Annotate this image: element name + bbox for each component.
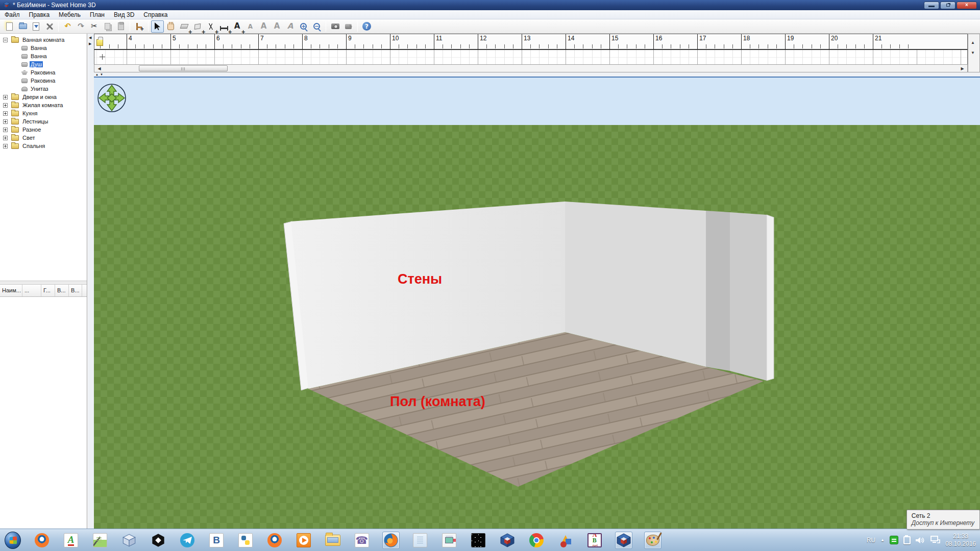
add-texts-tool-button[interactable]: A+ (231, 20, 243, 33)
telegram-icon[interactable] (179, 532, 196, 549)
menu-мебель[interactable]: Мебель (54, 10, 85, 19)
python-file-icon[interactable] (237, 532, 254, 549)
network-icon[interactable] (930, 536, 940, 544)
plan-view-grid[interactable] (94, 50, 968, 64)
3d-builder-icon[interactable] (557, 532, 574, 549)
blender-icon[interactable] (33, 532, 51, 549)
create-photo-tool-button[interactable] (329, 20, 341, 33)
table-column-header[interactable]: В... (55, 285, 69, 296)
navigation-compass[interactable] (96, 82, 129, 114)
scroll-down-icon[interactable]: ▼ (971, 51, 975, 55)
hidden-icons-chevron[interactable]: ▲ (880, 538, 885, 542)
menu-файл[interactable]: Файл (0, 10, 24, 19)
expand-icon[interactable] (3, 111, 8, 116)
splitter-down-icon[interactable]: ▼ (100, 73, 103, 76)
toggle-italic-tool-button[interactable]: A (284, 20, 297, 33)
plan-3d-splitter[interactable]: ▲▼ (94, 72, 980, 77)
tree-item-ванна[interactable]: Ванна (0, 52, 87, 60)
table-column-header[interactable]: Г... (41, 285, 55, 296)
paste-tool-button[interactable] (114, 20, 127, 33)
tree-item-спальня[interactable]: Спальня (0, 142, 87, 150)
chrome-icon[interactable] (528, 532, 545, 549)
graphics-a-app-icon[interactable]: A (62, 532, 80, 549)
b-app-icon[interactable]: B (208, 532, 225, 549)
virtualbox-icon[interactable] (120, 532, 138, 549)
plan-vertical-scrollbar[interactable]: ▲ ▼ (968, 34, 980, 72)
cut-tool-button[interactable]: ✂ (88, 20, 101, 33)
start-button[interactable] (4, 532, 21, 549)
pan-tool-button[interactable] (164, 20, 177, 33)
splitter-up-icon[interactable]: ▲ (95, 73, 99, 76)
zoom-out-tool-button[interactable]: − (310, 20, 323, 33)
plan-horizontal-scrollbar[interactable]: ◀ ▶ (94, 64, 968, 72)
paint-icon[interactable] (644, 532, 662, 549)
preferences-tool-button[interactable] (43, 20, 56, 33)
screen-recorder-icon[interactable] (440, 532, 458, 549)
open-home-tool-button[interactable] (16, 20, 29, 33)
sweet-home-3d-icon[interactable] (499, 532, 516, 549)
scroll-up-icon[interactable]: ▲ (971, 40, 975, 45)
tree-item-двери-и-окна[interactable]: Двери и окна (0, 93, 87, 101)
tree-item-лестницы[interactable]: Лестницы (0, 117, 87, 126)
zoom-in-tool-button[interactable]: + (297, 20, 310, 33)
language-indicator[interactable]: RU (867, 537, 875, 544)
expand-icon[interactable] (3, 119, 8, 124)
tree-item-ванная-комната[interactable]: Ванная комната (0, 36, 87, 44)
media-player-icon[interactable] (295, 532, 312, 549)
expand-right-icon[interactable]: ▶ (89, 42, 91, 45)
tree-item-раковина[interactable]: Раковина (0, 68, 87, 77)
menu-справка[interactable]: Справка (139, 10, 172, 19)
tree-item-душ[interactable]: Душ (0, 60, 87, 68)
pascal-abc-net-icon[interactable]: AB.net (586, 532, 603, 549)
tray-clipboard-icon[interactable] (903, 536, 911, 544)
notepad-icon[interactable] (411, 532, 429, 549)
tree-item-раковина[interactable]: Раковина (0, 77, 87, 85)
create-dimensions-tool-button[interactable]: + (217, 20, 230, 33)
black-window-icon[interactable] (470, 532, 487, 549)
catalog-splitter[interactable] (0, 281, 87, 285)
create-polylines-tool-button[interactable]: + (204, 20, 217, 33)
unity-icon[interactable] (150, 532, 167, 549)
toggle-bold-tool-button[interactable]: A (271, 20, 283, 33)
scroll-left-button[interactable]: ◀ (95, 65, 104, 71)
increase-text-size-tool-button[interactable]: A (257, 20, 270, 33)
select-tool-button[interactable] (151, 20, 164, 33)
scroll-right-button[interactable]: ▶ (958, 65, 967, 71)
expand-icon[interactable] (3, 103, 8, 108)
tree-item-унитаз[interactable]: Унитаз (0, 85, 87, 93)
blender-icon-2[interactable] (266, 532, 283, 549)
tree-item-разное[interactable]: Разное (0, 126, 87, 134)
decrease-text-size-tool-button[interactable]: A (244, 20, 257, 33)
tree-item-кухня[interactable]: Кухня (0, 109, 87, 117)
viber-icon[interactable]: ☎ (353, 532, 371, 549)
table-column-header[interactable]: Наим... (0, 285, 22, 296)
tray-green-app-icon[interactable] (890, 536, 898, 544)
close-button[interactable]: × (957, 2, 977, 9)
tree-item-ванна[interactable]: Ванна (0, 44, 87, 52)
help-tool-button[interactable]: ? (360, 20, 373, 33)
table-column-header[interactable]: ... (22, 285, 41, 296)
tree-item-жилая-комната[interactable]: Жилая комната (0, 101, 87, 109)
create-rooms-tool-button[interactable]: + (191, 20, 204, 33)
firefox-icon[interactable] (382, 532, 400, 549)
collapse-left-icon[interactable]: ◀ (89, 36, 91, 39)
table-column-header[interactable]: В... (69, 285, 82, 296)
volume-icon[interactable] (916, 536, 925, 544)
expand-icon[interactable] (3, 95, 8, 99)
catalog-plan-divider[interactable]: ◀ ▶ (88, 34, 94, 529)
menu-правка[interactable]: Правка (24, 10, 55, 19)
tree-item-свет[interactable]: Свет (0, 134, 87, 142)
sweet-home-3d-window-button[interactable] (615, 532, 632, 549)
restore-button[interactable] (940, 2, 955, 9)
minimize-button[interactable] (924, 2, 939, 9)
create-video-tool-button[interactable] (342, 20, 355, 33)
collapse-icon[interactable] (3, 38, 8, 42)
file-explorer-icon[interactable] (324, 532, 341, 549)
expand-icon[interactable] (3, 128, 8, 132)
save-home-tool-button[interactable] (30, 20, 42, 33)
expand-icon[interactable] (3, 144, 8, 148)
expand-icon[interactable] (3, 136, 8, 140)
undo-tool-button[interactable]: ↶ (61, 20, 74, 33)
new-home-tool-button[interactable] (3, 20, 16, 33)
menu-вид-3d[interactable]: Вид 3D (109, 10, 139, 19)
